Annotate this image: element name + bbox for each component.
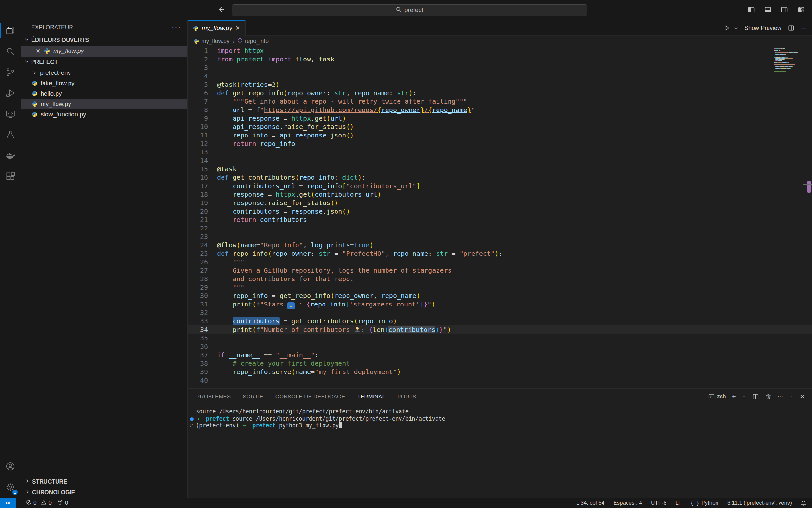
code-line[interactable]: 31 print(f"Stars ★ : {repo_info['stargaz… [188, 300, 812, 308]
outline-section[interactable]: STRUCTURE [21, 476, 187, 487]
code-editor[interactable]: 1import httpx2from prefect import flow, … [188, 46, 812, 388]
account-icon[interactable] [0, 456, 21, 477]
more-actions-icon[interactable]: ··· [801, 25, 807, 32]
breadcrumb-symbol[interactable]: repo_info [237, 38, 269, 45]
panel-tab-console-de-d-bogage[interactable]: CONSOLE DE DÉBOGAGE [276, 389, 345, 404]
python-interpreter[interactable]: 3.11.1 ('prefect-env': venv) [727, 498, 792, 508]
code-line[interactable]: 33 contributors = get_contributors(repo_… [188, 317, 812, 325]
remote-indicator[interactable]: >< [0, 498, 15, 508]
breadcrumb-file[interactable]: my_flow.py [194, 38, 230, 45]
explorer-icon[interactable] [0, 20, 21, 41]
code-line[interactable]: 30 repo_info = get_repo_info(repo_owner,… [188, 292, 812, 300]
show-preview-button[interactable]: Show Preview [745, 25, 781, 32]
code-line[interactable]: 8 url = f"https://api.github.com/repos/{… [188, 105, 812, 114]
code-line[interactable]: 21 return contributors [188, 215, 812, 224]
code-line[interactable]: 18 response = httpx.get(contributors_url… [188, 190, 812, 199]
panel-tab-ports[interactable]: PORTS [397, 389, 416, 404]
code-line[interactable]: 2from prefect import flow, task [188, 55, 812, 64]
panel-tab-sortie[interactable]: SORTIE [243, 389, 264, 404]
docker-icon[interactable] [0, 145, 21, 166]
code-line[interactable]: 38 # create your first deployment [188, 359, 812, 368]
code-line[interactable]: 1import httpx [188, 46, 812, 55]
code-line[interactable]: 13 [188, 148, 812, 156]
code-line[interactable]: 14 [188, 156, 812, 165]
new-terminal-icon[interactable]: + [732, 392, 736, 401]
encoding-setting[interactable]: UTF-8 [651, 498, 667, 508]
source-control-icon[interactable] [0, 62, 21, 83]
code-line[interactable]: 5@task(retries=2) [188, 80, 812, 89]
command-center-search[interactable]: prefect [232, 4, 587, 16]
code-line[interactable]: 20 contributors = response.json() [188, 207, 812, 215]
notifications-bell-icon[interactable] [801, 498, 806, 508]
code-line[interactable]: 32 [188, 308, 812, 317]
code-line[interactable]: 36 [188, 342, 812, 351]
close-icon[interactable]: ✕ [236, 25, 240, 32]
code-line[interactable]: 25def repo_info(repo_owner: str = "Prefe… [188, 249, 812, 258]
code-line[interactable]: 28 and contributors for that repo. [188, 274, 812, 283]
code-line[interactable]: 15@task [188, 165, 812, 173]
file-item-prefect-env[interactable]: prefect-env [21, 68, 187, 78]
code-line[interactable]: 37if __name__ == "__main__": [188, 351, 812, 359]
split-editor-icon[interactable] [787, 25, 795, 32]
code-line[interactable]: 12 return repo_info [188, 139, 812, 148]
code-line[interactable]: 26 """ [188, 258, 812, 266]
indentation-setting[interactable]: Espaces : 4 [613, 498, 642, 508]
code-line[interactable]: 29 """ [188, 283, 812, 292]
kill-terminal-icon[interactable] [765, 393, 772, 400]
back-arrow-icon[interactable] [217, 5, 227, 15]
explorer-more-icon[interactable]: ··· [172, 23, 181, 32]
code-line[interactable]: 27 Given a GitHub repository, logs the n… [188, 266, 812, 274]
close-icon[interactable]: ✕ [35, 48, 41, 55]
remote-explorer-icon[interactable] [0, 103, 21, 124]
ports-status[interactable]: 0 [57, 498, 68, 508]
project-section[interactable]: PREFECT [21, 56, 187, 68]
code-line[interactable]: 39 repo_info.serve(name="my-first-deploy… [188, 368, 812, 376]
code-line[interactable]: 17 contributors_url = repo_info["contrib… [188, 182, 812, 190]
file-item-fake-flow-py[interactable]: fake_flow.py [21, 78, 187, 88]
toggle-sidebar-icon[interactable] [747, 5, 755, 15]
customize-layout-icon[interactable] [797, 5, 805, 15]
search-sidebar-icon[interactable] [0, 41, 21, 62]
code-line[interactable]: 35 [188, 334, 812, 342]
terminal-content[interactable]: source /Users/henricourdent/git/prefect/… [188, 404, 812, 498]
problems-status[interactable]: 0 0 [26, 498, 52, 508]
code-line[interactable]: 34 print(f"Number of contributors : {len… [188, 325, 812, 334]
run-dropdown-icon[interactable] [736, 26, 738, 30]
code-line[interactable]: 11 repo_info = api_response.json() [188, 131, 812, 139]
split-terminal-icon[interactable] [752, 393, 759, 400]
extensions-icon[interactable] [0, 166, 21, 186]
code-line[interactable]: 22 [188, 224, 812, 232]
code-line[interactable]: 7 """Get info about a repo - will retry … [188, 97, 812, 105]
toggle-panel-icon[interactable] [764, 5, 772, 15]
eol-setting[interactable]: LF [675, 498, 682, 508]
code-line[interactable]: 24@flow(name="Repo Info", log_prints=Tru… [188, 241, 812, 249]
run-button[interactable] [723, 25, 730, 32]
timeline-section[interactable]: CHRONOLOGIE [21, 487, 187, 498]
command-decoration-icon[interactable] [190, 417, 194, 421]
panel-tab-probl-mes[interactable]: PROBLÈMES [196, 389, 231, 404]
file-item-my-flow-py[interactable]: my_flow.py [21, 99, 187, 109]
open-editors-section[interactable]: ÉDITEURS OUVERTS [21, 35, 187, 45]
panel-more-icon[interactable]: ··· [777, 393, 783, 400]
code-line[interactable]: 6def get_repo_info(repo_owner: str, repo… [188, 89, 812, 97]
minimap[interactable] [774, 48, 807, 77]
sash-handle[interactable] [803, 184, 812, 184]
code-line[interactable]: 10 api_response.raise_for_status() [188, 123, 812, 131]
panel-tab-terminal[interactable]: TERMINAL [357, 389, 386, 404]
cursor-position[interactable]: L 34, col 54 [576, 498, 605, 508]
testing-beaker-icon[interactable] [0, 124, 21, 145]
code-line[interactable]: 40 [188, 376, 812, 384]
maximize-panel-icon[interactable] [789, 394, 794, 399]
launch-profile-button[interactable]: zsh [708, 393, 726, 400]
file-item-hello-py[interactable]: hello.py [21, 88, 187, 99]
close-panel-icon[interactable]: ✕ [800, 393, 805, 400]
toggle-secondary-sidebar-icon[interactable] [780, 5, 788, 15]
file-item-slow-function-py[interactable]: slow_function.py [21, 109, 187, 120]
tab-my-flow[interactable]: my_flow.py ✕ [188, 20, 246, 36]
code-line[interactable]: 4 [188, 72, 812, 80]
code-line[interactable]: 19 response.raise_for_status() [188, 199, 812, 207]
command-decoration-icon[interactable] [190, 424, 193, 427]
code-line[interactable]: 16def get_contributors(repo_info: dict): [188, 173, 812, 182]
run-debug-icon[interactable] [0, 83, 21, 103]
code-line[interactable]: 3 [188, 64, 812, 72]
